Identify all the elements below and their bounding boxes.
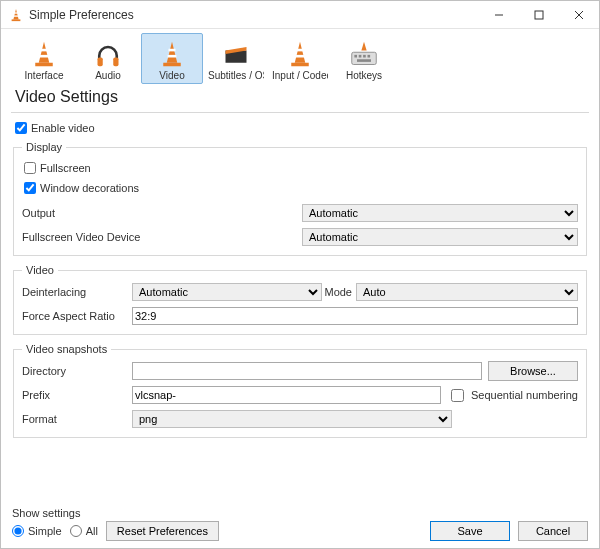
svg-marker-14 <box>167 42 178 63</box>
display-group: Display Fullscreen Window decorations Ou… <box>13 141 587 256</box>
display-legend: Display <box>22 141 66 153</box>
all-radio-label: All <box>86 525 98 537</box>
fullscreen-row: Fullscreen <box>24 159 578 177</box>
output-row: Output Automatic <box>22 203 578 223</box>
svg-rect-12 <box>98 58 103 67</box>
show-settings-group: Show settings Simple All Reset Preferenc… <box>12 507 219 541</box>
svg-marker-0 <box>13 8 18 19</box>
video-icon <box>157 38 187 68</box>
deinterlacing-select[interactable]: Automatic <box>132 283 322 301</box>
svg-rect-32 <box>357 59 371 62</box>
sequential-numbering-checkbox[interactable] <box>451 389 464 402</box>
svg-rect-28 <box>354 55 357 58</box>
snapshots-legend: Video snapshots <box>22 343 111 355</box>
svg-rect-22 <box>241 43 245 47</box>
save-button[interactable]: Save <box>430 521 510 541</box>
nav-audio-label: Audio <box>80 70 136 81</box>
simple-radio-label: Simple <box>28 525 62 537</box>
reset-preferences-button[interactable]: Reset Preferences <box>106 521 219 541</box>
clapperboard-icon <box>221 38 251 68</box>
video-legend: Video <box>22 264 58 276</box>
svg-rect-15 <box>169 49 176 52</box>
svg-marker-23 <box>295 42 306 63</box>
cancel-button[interactable]: Cancel <box>518 521 588 541</box>
svg-rect-24 <box>297 49 304 52</box>
category-nav: Interface Audio Video Subtitles / OSD In… <box>1 29 599 86</box>
show-settings-label: Show settings <box>12 507 219 519</box>
all-radio[interactable] <box>70 525 82 537</box>
svg-rect-9 <box>41 49 48 52</box>
headphones-icon <box>93 38 123 68</box>
svg-rect-5 <box>535 11 543 19</box>
mode-select[interactable]: Auto <box>356 283 578 301</box>
fullscreen-checkbox[interactable] <box>24 162 36 174</box>
video-group: Video Deinterlacing Automatic Mode Auto … <box>13 264 587 335</box>
enable-video-checkbox[interactable] <box>15 122 27 134</box>
keyboard-icon <box>349 38 379 68</box>
svg-rect-30 <box>363 55 366 58</box>
svg-rect-1 <box>14 12 18 13</box>
nav-hotkeys-label: Hotkeys <box>336 70 392 81</box>
nav-interface-label: Interface <box>16 70 72 81</box>
prefix-input[interactable] <box>132 386 441 404</box>
fs-device-label: Fullscreen Video Device <box>22 231 302 243</box>
snapshots-group: Video snapshots Directory Browse... Pref… <box>13 343 587 438</box>
window-title: Simple Preferences <box>29 8 479 22</box>
force-aspect-label: Force Aspect Ratio <box>22 310 132 322</box>
prefix-label: Prefix <box>22 389 132 401</box>
vlc-cone-icon <box>9 8 23 22</box>
window-decorations-checkbox[interactable] <box>24 182 36 194</box>
format-select[interactable]: png <box>132 410 452 428</box>
svg-rect-16 <box>168 55 177 58</box>
content-area: Enable video Display Fullscreen Window d… <box>1 119 599 438</box>
browse-button[interactable]: Browse... <box>488 361 578 381</box>
nav-input-label: Input / Codecs <box>272 70 328 81</box>
svg-line-6 <box>575 11 583 19</box>
force-aspect-input[interactable] <box>132 307 578 325</box>
bottom-buttons: Save Cancel <box>430 521 588 541</box>
nav-interface[interactable]: Interface <box>13 33 75 84</box>
page-title: Video Settings <box>1 86 599 108</box>
close-button[interactable] <box>559 1 599 29</box>
svg-rect-29 <box>359 55 362 58</box>
nav-input[interactable]: Input / Codecs <box>269 33 331 84</box>
nav-video[interactable]: Video <box>141 33 203 84</box>
output-select[interactable]: Automatic <box>302 204 578 222</box>
svg-rect-10 <box>40 55 49 58</box>
simple-radio-row[interactable]: Simple <box>12 525 62 537</box>
svg-rect-25 <box>296 55 305 58</box>
directory-label: Directory <box>22 365 132 377</box>
nav-subtitles[interactable]: Subtitles / OSD <box>205 33 267 84</box>
nav-video-label: Video <box>144 70 200 81</box>
titlebar: Simple Preferences <box>1 1 599 29</box>
enable-video-label: Enable video <box>31 122 95 134</box>
svg-rect-21 <box>234 44 238 48</box>
bottom-bar: Show settings Simple All Reset Preferenc… <box>0 507 600 549</box>
svg-rect-26 <box>291 63 309 67</box>
format-label: Format <box>22 413 132 425</box>
nav-audio[interactable]: Audio <box>77 33 139 84</box>
fs-device-row: Fullscreen Video Device Automatic <box>22 227 578 247</box>
directory-row: Directory Browse... <box>22 361 578 381</box>
deinterlacing-label: Deinterlacing <box>22 286 132 298</box>
mode-label: Mode <box>322 286 356 298</box>
prefix-row: Prefix Sequential numbering <box>22 385 578 405</box>
svg-rect-20 <box>227 45 231 49</box>
svg-rect-27 <box>352 52 377 64</box>
minimize-button[interactable] <box>479 1 519 29</box>
svg-marker-8 <box>39 42 50 63</box>
window-controls <box>479 1 599 29</box>
directory-input[interactable] <box>132 362 482 380</box>
svg-rect-17 <box>163 63 181 67</box>
window-decorations-label: Window decorations <box>40 182 139 194</box>
simple-radio[interactable] <box>12 525 24 537</box>
maximize-button[interactable] <box>519 1 559 29</box>
svg-marker-33 <box>361 42 366 51</box>
fs-device-select[interactable]: Automatic <box>302 228 578 246</box>
enable-video-row: Enable video <box>15 119 587 137</box>
output-label: Output <box>22 207 302 219</box>
format-row: Format png <box>22 409 578 429</box>
all-radio-row[interactable]: All <box>70 525 98 537</box>
svg-line-7 <box>575 11 583 19</box>
nav-hotkeys[interactable]: Hotkeys <box>333 33 395 84</box>
